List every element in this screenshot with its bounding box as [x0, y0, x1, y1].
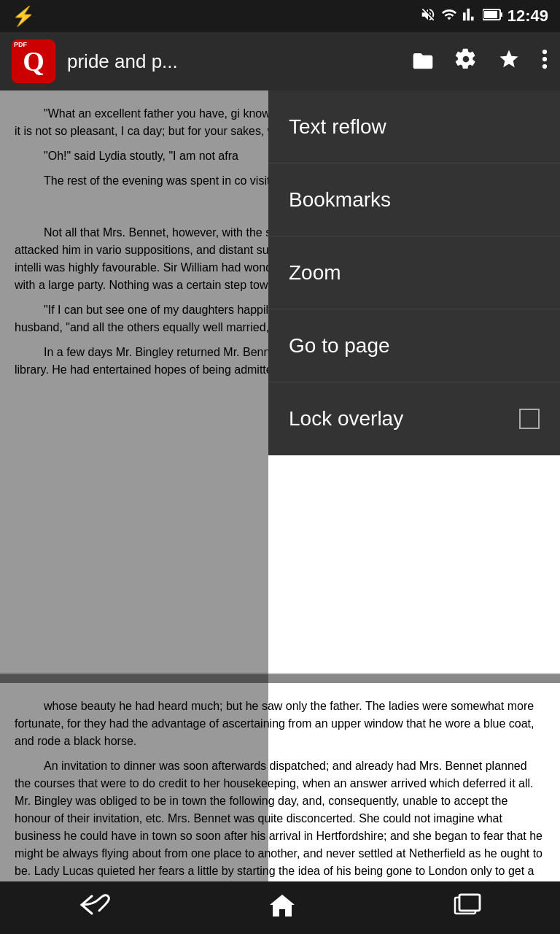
zoom-label: Zoom — [289, 261, 341, 285]
svg-point-4 — [542, 56, 547, 61]
dim-overlay — [0, 90, 268, 881]
back-button[interactable] — [79, 893, 111, 922]
status-bar: ⚡ 12:49 — [0, 0, 560, 32]
svg-point-5 — [542, 63, 547, 68]
svg-rect-1 — [484, 11, 497, 18]
menu-item-text-reflow[interactable]: Text reflow — [268, 90, 560, 163]
lock-overlay-checkbox[interactable] — [519, 409, 540, 429]
menu-item-zoom[interactable]: Zoom — [268, 236, 560, 309]
mute-icon — [420, 7, 436, 26]
pdf-label: PDF — [14, 41, 27, 48]
go-to-page-label: Go to page — [289, 334, 390, 358]
wifi-icon — [440, 7, 458, 26]
toolbar-actions — [411, 48, 548, 75]
text-reflow-label: Text reflow — [289, 115, 386, 139]
menu-item-lock-overlay[interactable]: Lock overlay — [268, 382, 560, 455]
menu-item-bookmarks[interactable]: Bookmarks — [268, 163, 560, 236]
app-logo: PDF Q — [12, 39, 55, 83]
folder-icon[interactable] — [411, 49, 435, 74]
app-title: pride and p... — [67, 50, 400, 73]
svg-rect-7 — [459, 895, 480, 911]
svg-point-3 — [542, 49, 547, 53]
lightning-icon: ⚡ — [12, 5, 35, 28]
home-button[interactable] — [268, 892, 296, 924]
svg-rect-2 — [500, 12, 502, 17]
status-time: 12:49 — [508, 7, 548, 26]
menu-item-go-to-page[interactable]: Go to page — [268, 309, 560, 382]
bookmarks-label: Bookmarks — [289, 188, 391, 212]
logo-q: Q — [23, 45, 44, 77]
more-icon[interactable] — [541, 48, 548, 75]
dropdown-menu: Text reflow Bookmarks Zoom Go to page Lo… — [268, 90, 560, 455]
lock-overlay-label: Lock overlay — [289, 407, 403, 431]
star-icon[interactable] — [497, 48, 521, 75]
battery-icon — [483, 8, 503, 25]
app-toolbar: PDF Q pride and p... — [0, 32, 560, 90]
main-content: "What an excellent father you have, gi k… — [0, 90, 560, 881]
recents-button[interactable] — [454, 893, 481, 922]
settings-icon[interactable] — [455, 48, 477, 75]
nav-bar — [0, 881, 560, 934]
signal-icon — [462, 7, 478, 26]
